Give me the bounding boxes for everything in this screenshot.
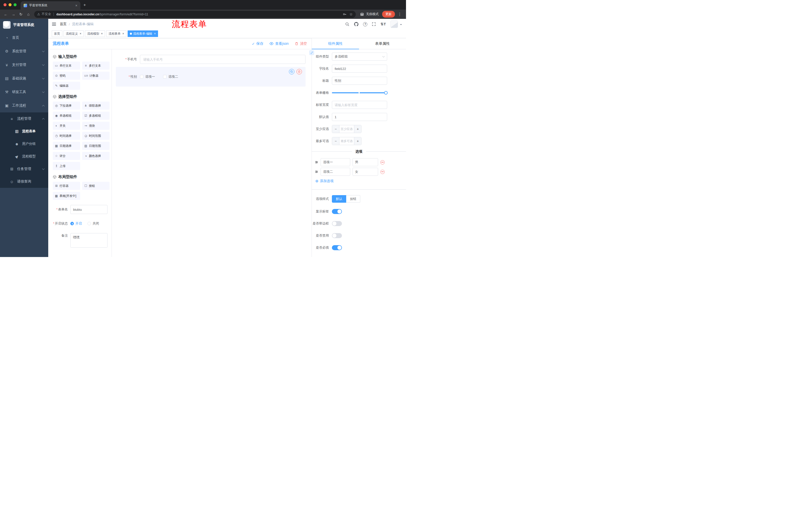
sidebar-item-user-group[interactable]: ☻ 用户分组 bbox=[0, 138, 48, 150]
palette-item-slider[interactable]: ⊸滑块 bbox=[82, 122, 110, 130]
copy-widget-button[interactable] bbox=[289, 69, 294, 75]
min-select-input[interactable] bbox=[340, 125, 354, 133]
add-option-button[interactable]: ⊕ 添加选项 bbox=[315, 179, 406, 183]
font-size-icon[interactable]: ⇅T bbox=[380, 22, 386, 26]
tab-component-props[interactable]: 组件属性 bbox=[312, 38, 359, 49]
palette-item-color-picker[interactable]: ◑颜色选择 bbox=[82, 152, 110, 160]
palette-item-multi-line-text[interactable]: ≡多行文本 bbox=[82, 62, 110, 70]
browser-tab[interactable]: 芋道管理系统 × bbox=[21, 1, 80, 9]
option-label-input[interactable] bbox=[321, 158, 350, 166]
slider-track[interactable] bbox=[332, 92, 387, 93]
back-button[interactable]: ← bbox=[2, 11, 9, 18]
address-bar[interactable]: ⚠ 不安全 dashboard.yudao.iocoder.cn/bpm/man… bbox=[34, 11, 356, 18]
tag-close-icon[interactable]: × bbox=[80, 32, 81, 35]
tag-close-icon[interactable]: × bbox=[122, 32, 124, 35]
home-button[interactable]: ⌂ bbox=[25, 11, 32, 18]
gender-option-2[interactable]: 选项二 bbox=[163, 75, 178, 79]
tab-close-icon[interactable]: × bbox=[75, 3, 78, 7]
status-on-radio[interactable]: 开启 bbox=[70, 221, 82, 226]
drag-handle-icon[interactable] bbox=[315, 160, 318, 164]
required-toggle[interactable] bbox=[332, 245, 342, 250]
sidebar-item-process-model[interactable]: ▶ 流程模型 bbox=[0, 150, 48, 163]
view-json-button[interactable]: 查看json bbox=[269, 42, 289, 46]
gender-option-1[interactable]: 选项一 bbox=[140, 75, 155, 79]
reload-button[interactable]: ↻ bbox=[18, 11, 24, 18]
option-value-input[interactable] bbox=[352, 158, 378, 166]
palette-item-editor[interactable]: ✎编辑器 bbox=[53, 82, 80, 90]
bookmark-star-icon[interactable]: ☆ bbox=[349, 12, 353, 17]
form-canvas[interactable]: *手机号 *性别 选项一 选项二 bbox=[112, 49, 312, 257]
increase-button[interactable]: + bbox=[354, 137, 361, 145]
window-zoom-button[interactable] bbox=[13, 3, 17, 6]
disabled-toggle[interactable] bbox=[332, 233, 342, 238]
component-type-select[interactable]: 多选框组 bbox=[332, 53, 387, 61]
phone-input[interactable] bbox=[140, 55, 306, 64]
canvas-field-phone[interactable]: *手机号 bbox=[116, 55, 306, 64]
palette-item-cascader[interactable]: ⋔级联选择 bbox=[82, 102, 110, 110]
slider-handle[interactable] bbox=[384, 91, 388, 94]
palette-item-time-range[interactable]: ◶时间范围 bbox=[82, 132, 110, 140]
option-label-input[interactable] bbox=[321, 168, 350, 176]
border-toggle[interactable] bbox=[332, 221, 342, 226]
palette-item-rate[interactable]: ☆评分 bbox=[53, 152, 80, 160]
window-close-button[interactable] bbox=[3, 3, 6, 6]
decrease-button[interactable]: − bbox=[332, 125, 340, 133]
style-default-button[interactable]: 默认 bbox=[332, 195, 346, 203]
show-label-toggle[interactable] bbox=[332, 209, 342, 214]
style-button-button[interactable]: 按钮 bbox=[346, 195, 360, 203]
help-icon[interactable]: ? bbox=[363, 22, 367, 26]
palette-item-button[interactable]: ☐按钮 bbox=[82, 182, 110, 190]
palette-item-date-range[interactable]: ▧日期范围 bbox=[82, 142, 110, 150]
hamburger-icon[interactable] bbox=[48, 19, 60, 29]
tag-process-form[interactable]: 流程表单 × bbox=[106, 30, 126, 37]
remark-textarea[interactable]: 嘿嘿 bbox=[70, 233, 108, 248]
tag-close-icon[interactable]: × bbox=[154, 32, 156, 35]
delete-widget-button[interactable] bbox=[296, 69, 302, 75]
form-name-input[interactable] bbox=[70, 205, 108, 214]
tab-form-props[interactable]: 表单属性 bbox=[359, 38, 406, 49]
sidebar-item-process-form[interactable]: ▥ 流程表单 bbox=[0, 125, 48, 138]
logo[interactable]: 芋道管理系统 bbox=[0, 19, 48, 31]
palette-item-password[interactable]: ⊙密码 bbox=[53, 72, 80, 80]
decrease-button[interactable]: − bbox=[332, 137, 340, 145]
palette-item-row-container[interactable]: ⊞行容器 bbox=[53, 182, 80, 190]
max-select-input[interactable] bbox=[340, 137, 354, 145]
remove-option-button[interactable] bbox=[380, 160, 385, 164]
sidebar-item-task-management[interactable]: ⊞ 任务管理 bbox=[0, 163, 48, 175]
palette-item-table[interactable]: ▩表格[开发中] bbox=[53, 192, 80, 200]
palette-item-counter[interactable]: 123计数器 bbox=[82, 72, 110, 80]
clear-button[interactable]: 清空 bbox=[295, 42, 307, 46]
sidebar-item-home[interactable]: ◔ 首页 bbox=[0, 31, 48, 45]
form-grid-slider[interactable] bbox=[332, 89, 387, 97]
fullscreen-icon[interactable] bbox=[372, 22, 376, 26]
field-name-input[interactable] bbox=[332, 64, 387, 73]
tag-close-icon[interactable]: × bbox=[101, 32, 103, 35]
new-tab-button[interactable]: + bbox=[83, 2, 86, 7]
palette-item-select[interactable]: ◎下拉选择 bbox=[53, 102, 80, 110]
palette-item-radio-group[interactable]: ◉单选框组 bbox=[53, 112, 80, 120]
option-value-input[interactable] bbox=[352, 168, 378, 176]
update-button[interactable]: 更新 bbox=[382, 11, 395, 18]
palette-item-checkbox-group[interactable]: ☑多选框组 bbox=[82, 112, 110, 120]
remove-option-button[interactable] bbox=[380, 170, 385, 174]
sidebar-item-payment-management[interactable]: ¥ 支付管理 bbox=[0, 58, 48, 72]
browser-menu-icon[interactable]: ⋮ bbox=[396, 12, 404, 17]
default-value-input[interactable] bbox=[332, 113, 387, 121]
tag-process-form-edit[interactable]: 流程表单-编辑 × bbox=[127, 30, 158, 37]
sidebar-item-system-management[interactable]: ⚙ 系统管理 bbox=[0, 45, 48, 58]
sidebar-item-process-management[interactable]: ≡ 流程管理 bbox=[0, 112, 48, 125]
github-icon[interactable] bbox=[354, 22, 358, 26]
sidebar-item-workflow[interactable]: ▣ 工作流程 bbox=[0, 99, 48, 112]
forward-button[interactable]: → bbox=[10, 11, 17, 18]
password-key-icon[interactable] bbox=[343, 12, 346, 16]
title-input[interactable] bbox=[332, 77, 387, 85]
canvas-field-gender-selected[interactable]: *性别 选项一 选项二 bbox=[116, 67, 306, 86]
drag-handle-icon[interactable] bbox=[315, 170, 318, 173]
tag-process-model[interactable]: 流程模型 × bbox=[85, 30, 105, 37]
palette-item-single-line-text[interactable]: ▭单行文本 bbox=[53, 62, 80, 70]
window-minimize-button[interactable] bbox=[8, 3, 11, 6]
sidebar-item-infrastructure[interactable]: ▤ 基础设施 bbox=[0, 72, 48, 85]
search-icon[interactable] bbox=[345, 22, 349, 26]
sidebar-item-dev-tools[interactable]: ⚒ 研发工具 bbox=[0, 85, 48, 99]
sidebar-item-leave-query[interactable]: ☺ 请假查询 bbox=[0, 175, 48, 188]
